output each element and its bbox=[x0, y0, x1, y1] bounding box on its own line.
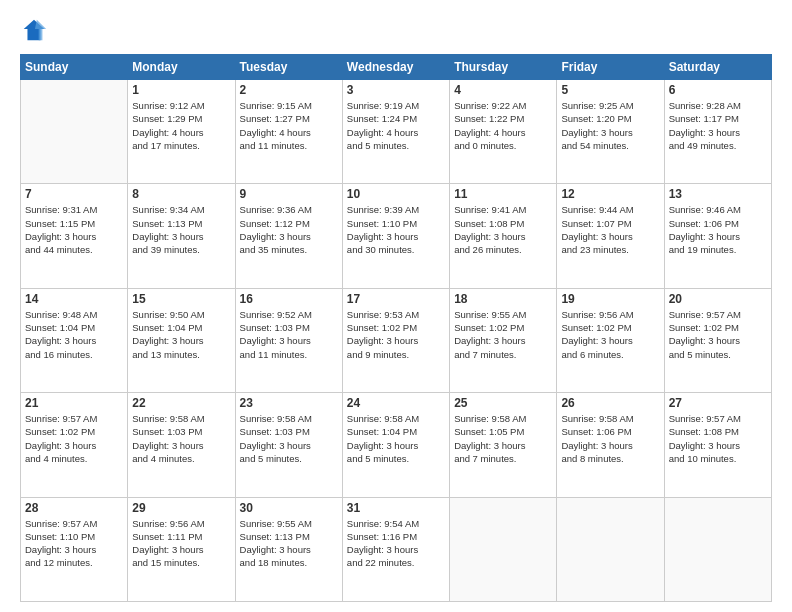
day-info: Sunrise: 9:58 AMSunset: 1:06 PMDaylight:… bbox=[561, 412, 659, 465]
day-info: Sunrise: 9:54 AMSunset: 1:16 PMDaylight:… bbox=[347, 517, 445, 570]
day-number: 15 bbox=[132, 292, 230, 306]
day-info: Sunrise: 9:58 AMSunset: 1:03 PMDaylight:… bbox=[132, 412, 230, 465]
calendar-cell: 4Sunrise: 9:22 AMSunset: 1:22 PMDaylight… bbox=[450, 80, 557, 184]
header bbox=[20, 16, 772, 44]
day-info: Sunrise: 9:57 AMSunset: 1:10 PMDaylight:… bbox=[25, 517, 123, 570]
day-number: 25 bbox=[454, 396, 552, 410]
day-info: Sunrise: 9:41 AMSunset: 1:08 PMDaylight:… bbox=[454, 203, 552, 256]
day-number: 16 bbox=[240, 292, 338, 306]
day-info: Sunrise: 9:44 AMSunset: 1:07 PMDaylight:… bbox=[561, 203, 659, 256]
calendar-header-thursday: Thursday bbox=[450, 55, 557, 80]
day-number: 18 bbox=[454, 292, 552, 306]
day-number: 26 bbox=[561, 396, 659, 410]
day-info: Sunrise: 9:25 AMSunset: 1:20 PMDaylight:… bbox=[561, 99, 659, 152]
calendar-header-wednesday: Wednesday bbox=[342, 55, 449, 80]
day-number: 19 bbox=[561, 292, 659, 306]
day-number: 24 bbox=[347, 396, 445, 410]
day-number: 23 bbox=[240, 396, 338, 410]
calendar-cell: 19Sunrise: 9:56 AMSunset: 1:02 PMDayligh… bbox=[557, 288, 664, 392]
calendar-cell: 6Sunrise: 9:28 AMSunset: 1:17 PMDaylight… bbox=[664, 80, 771, 184]
page: SundayMondayTuesdayWednesdayThursdayFrid… bbox=[0, 0, 792, 612]
day-info: Sunrise: 9:55 AMSunset: 1:02 PMDaylight:… bbox=[454, 308, 552, 361]
day-number: 2 bbox=[240, 83, 338, 97]
day-info: Sunrise: 9:22 AMSunset: 1:22 PMDaylight:… bbox=[454, 99, 552, 152]
calendar-week-1: 1Sunrise: 9:12 AMSunset: 1:29 PMDaylight… bbox=[21, 80, 772, 184]
calendar-cell bbox=[557, 497, 664, 601]
day-number: 10 bbox=[347, 187, 445, 201]
calendar-cell: 20Sunrise: 9:57 AMSunset: 1:02 PMDayligh… bbox=[664, 288, 771, 392]
day-number: 14 bbox=[25, 292, 123, 306]
calendar-cell: 5Sunrise: 9:25 AMSunset: 1:20 PMDaylight… bbox=[557, 80, 664, 184]
day-info: Sunrise: 9:46 AMSunset: 1:06 PMDaylight:… bbox=[669, 203, 767, 256]
calendar-cell: 29Sunrise: 9:56 AMSunset: 1:11 PMDayligh… bbox=[128, 497, 235, 601]
calendar-cell: 2Sunrise: 9:15 AMSunset: 1:27 PMDaylight… bbox=[235, 80, 342, 184]
calendar-cell: 26Sunrise: 9:58 AMSunset: 1:06 PMDayligh… bbox=[557, 393, 664, 497]
calendar-cell: 23Sunrise: 9:58 AMSunset: 1:03 PMDayligh… bbox=[235, 393, 342, 497]
calendar-header-sunday: Sunday bbox=[21, 55, 128, 80]
calendar-header-tuesday: Tuesday bbox=[235, 55, 342, 80]
day-number: 3 bbox=[347, 83, 445, 97]
day-number: 13 bbox=[669, 187, 767, 201]
calendar: SundayMondayTuesdayWednesdayThursdayFrid… bbox=[20, 54, 772, 602]
calendar-cell: 18Sunrise: 9:55 AMSunset: 1:02 PMDayligh… bbox=[450, 288, 557, 392]
calendar-week-2: 7Sunrise: 9:31 AMSunset: 1:15 PMDaylight… bbox=[21, 184, 772, 288]
calendar-cell: 17Sunrise: 9:53 AMSunset: 1:02 PMDayligh… bbox=[342, 288, 449, 392]
day-info: Sunrise: 9:50 AMSunset: 1:04 PMDaylight:… bbox=[132, 308, 230, 361]
day-info: Sunrise: 9:39 AMSunset: 1:10 PMDaylight:… bbox=[347, 203, 445, 256]
calendar-header-row: SundayMondayTuesdayWednesdayThursdayFrid… bbox=[21, 55, 772, 80]
calendar-cell: 11Sunrise: 9:41 AMSunset: 1:08 PMDayligh… bbox=[450, 184, 557, 288]
calendar-cell bbox=[450, 497, 557, 601]
calendar-cell bbox=[21, 80, 128, 184]
calendar-week-5: 28Sunrise: 9:57 AMSunset: 1:10 PMDayligh… bbox=[21, 497, 772, 601]
logo-icon bbox=[20, 16, 48, 44]
calendar-cell: 8Sunrise: 9:34 AMSunset: 1:13 PMDaylight… bbox=[128, 184, 235, 288]
day-info: Sunrise: 9:28 AMSunset: 1:17 PMDaylight:… bbox=[669, 99, 767, 152]
calendar-week-3: 14Sunrise: 9:48 AMSunset: 1:04 PMDayligh… bbox=[21, 288, 772, 392]
day-info: Sunrise: 9:12 AMSunset: 1:29 PMDaylight:… bbox=[132, 99, 230, 152]
day-info: Sunrise: 9:53 AMSunset: 1:02 PMDaylight:… bbox=[347, 308, 445, 361]
calendar-cell: 24Sunrise: 9:58 AMSunset: 1:04 PMDayligh… bbox=[342, 393, 449, 497]
day-info: Sunrise: 9:19 AMSunset: 1:24 PMDaylight:… bbox=[347, 99, 445, 152]
day-info: Sunrise: 9:57 AMSunset: 1:02 PMDaylight:… bbox=[25, 412, 123, 465]
calendar-cell: 22Sunrise: 9:58 AMSunset: 1:03 PMDayligh… bbox=[128, 393, 235, 497]
day-number: 30 bbox=[240, 501, 338, 515]
calendar-header-friday: Friday bbox=[557, 55, 664, 80]
day-number: 9 bbox=[240, 187, 338, 201]
day-info: Sunrise: 9:52 AMSunset: 1:03 PMDaylight:… bbox=[240, 308, 338, 361]
day-number: 22 bbox=[132, 396, 230, 410]
day-info: Sunrise: 9:56 AMSunset: 1:02 PMDaylight:… bbox=[561, 308, 659, 361]
calendar-cell: 13Sunrise: 9:46 AMSunset: 1:06 PMDayligh… bbox=[664, 184, 771, 288]
day-info: Sunrise: 9:48 AMSunset: 1:04 PMDaylight:… bbox=[25, 308, 123, 361]
day-info: Sunrise: 9:56 AMSunset: 1:11 PMDaylight:… bbox=[132, 517, 230, 570]
day-number: 17 bbox=[347, 292, 445, 306]
calendar-cell bbox=[664, 497, 771, 601]
calendar-cell: 15Sunrise: 9:50 AMSunset: 1:04 PMDayligh… bbox=[128, 288, 235, 392]
day-info: Sunrise: 9:31 AMSunset: 1:15 PMDaylight:… bbox=[25, 203, 123, 256]
day-info: Sunrise: 9:57 AMSunset: 1:02 PMDaylight:… bbox=[669, 308, 767, 361]
calendar-cell: 28Sunrise: 9:57 AMSunset: 1:10 PMDayligh… bbox=[21, 497, 128, 601]
day-info: Sunrise: 9:34 AMSunset: 1:13 PMDaylight:… bbox=[132, 203, 230, 256]
calendar-cell: 21Sunrise: 9:57 AMSunset: 1:02 PMDayligh… bbox=[21, 393, 128, 497]
calendar-week-4: 21Sunrise: 9:57 AMSunset: 1:02 PMDayligh… bbox=[21, 393, 772, 497]
day-number: 5 bbox=[561, 83, 659, 97]
day-info: Sunrise: 9:15 AMSunset: 1:27 PMDaylight:… bbox=[240, 99, 338, 152]
calendar-cell: 1Sunrise: 9:12 AMSunset: 1:29 PMDaylight… bbox=[128, 80, 235, 184]
day-number: 8 bbox=[132, 187, 230, 201]
day-number: 29 bbox=[132, 501, 230, 515]
calendar-cell: 3Sunrise: 9:19 AMSunset: 1:24 PMDaylight… bbox=[342, 80, 449, 184]
day-number: 4 bbox=[454, 83, 552, 97]
day-number: 21 bbox=[25, 396, 123, 410]
day-number: 12 bbox=[561, 187, 659, 201]
day-number: 1 bbox=[132, 83, 230, 97]
logo bbox=[20, 16, 52, 44]
day-number: 20 bbox=[669, 292, 767, 306]
calendar-cell: 16Sunrise: 9:52 AMSunset: 1:03 PMDayligh… bbox=[235, 288, 342, 392]
day-info: Sunrise: 9:58 AMSunset: 1:04 PMDaylight:… bbox=[347, 412, 445, 465]
calendar-cell: 12Sunrise: 9:44 AMSunset: 1:07 PMDayligh… bbox=[557, 184, 664, 288]
day-number: 11 bbox=[454, 187, 552, 201]
day-number: 31 bbox=[347, 501, 445, 515]
calendar-cell: 9Sunrise: 9:36 AMSunset: 1:12 PMDaylight… bbox=[235, 184, 342, 288]
calendar-cell: 7Sunrise: 9:31 AMSunset: 1:15 PMDaylight… bbox=[21, 184, 128, 288]
calendar-cell: 14Sunrise: 9:48 AMSunset: 1:04 PMDayligh… bbox=[21, 288, 128, 392]
day-number: 28 bbox=[25, 501, 123, 515]
